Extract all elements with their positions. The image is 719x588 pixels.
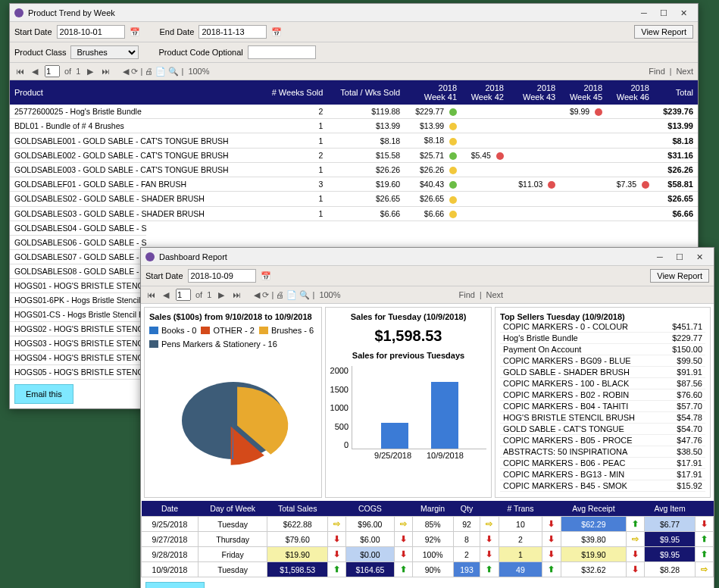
first-page-icon[interactable]: ⏮ bbox=[145, 290, 156, 299]
bar bbox=[381, 423, 408, 449]
table-row[interactable]: GOLDSABLES03 - GOLD SABLE - SHADER BRUSH… bbox=[10, 206, 698, 220]
page-total: 1 bbox=[207, 290, 211, 299]
table-row[interactable]: 9/27/2018Thursday$79.60⬇$6.00⬇92%8⬇2⬇$39… bbox=[142, 532, 714, 547]
find-next-link[interactable]: Next bbox=[676, 67, 693, 76]
end-date-label: End Date bbox=[160, 27, 195, 36]
window-title: Dashboard Report bbox=[159, 252, 650, 261]
legend-item: Brushes - 6 bbox=[259, 326, 314, 335]
table-row[interactable]: 25772600025 - Hog's Bristle Bundle2$119.… bbox=[10, 105, 698, 119]
prev-title: Sales for previous Tuesdays bbox=[352, 351, 464, 360]
list-item[interactable]: HOG'S BRISTLE STENCIL BRUSH$54.78 bbox=[500, 412, 705, 424]
report-nav-bar: ⏮ ◀ of 1 ▶ ⏭ ◀ ⟳ | 🖨 📄 🔍 | 100% Find | N… bbox=[141, 286, 714, 304]
table-row[interactable]: GOLDSABLES08 - GOLD SABLE - S bbox=[10, 264, 146, 279]
page-input[interactable] bbox=[176, 289, 191, 301]
end-date-input[interactable] bbox=[199, 25, 267, 39]
table-row[interactable]: GOLDSABLES06 - GOLD SABLE - S bbox=[10, 236, 146, 250]
minimize-button[interactable]: ─ bbox=[650, 249, 670, 264]
close-button[interactable]: ✕ bbox=[674, 5, 693, 20]
bar bbox=[431, 382, 458, 449]
list-item[interactable]: GOLD SABLE - CAT'S TONGUE$54.70 bbox=[500, 424, 705, 435]
maximize-button[interactable]: ☐ bbox=[654, 5, 674, 20]
next-page-icon[interactable]: ▶ bbox=[85, 67, 95, 77]
prev-page-icon[interactable]: ◀ bbox=[30, 67, 40, 77]
legend-item: Books - 0 bbox=[149, 326, 196, 335]
sales-today-panel: Sales for Tuesday (10/9/2018) $1,598.53 … bbox=[325, 307, 492, 498]
list-item[interactable]: COPIC MARKERS - B04 - TAHITI$57.70 bbox=[500, 401, 705, 412]
window-title: Product Trend by Week bbox=[28, 8, 634, 17]
find-link[interactable]: Find bbox=[649, 67, 664, 76]
table-row[interactable]: HOGS02 - HOG'S BRISTLE STENCIL bbox=[10, 322, 146, 336]
table-row[interactable]: HOGS01-6PK - Hogs Bristle Stencil B bbox=[10, 293, 146, 308]
list-item[interactable]: COPIC MARKERS - BG13 - MIN$17.91 bbox=[500, 469, 705, 480]
list-item[interactable]: GOLD SABLE - SHADER BRUSH$91.91 bbox=[500, 367, 705, 378]
list-item[interactable]: COPIC MARKERS - B02 - ROBIN$76.60 bbox=[500, 389, 705, 401]
list-item[interactable]: ABSTRACTS: 50 INSPIRATIONA$38.50 bbox=[500, 446, 705, 458]
view-report-button[interactable]: View Report bbox=[634, 25, 693, 39]
view-report-button[interactable]: View Report bbox=[650, 269, 709, 283]
calendar-icon[interactable]: 📅 bbox=[261, 271, 271, 281]
table-row[interactable]: HOGS05 - HOG'S BRISTLE STENCIL bbox=[10, 365, 146, 380]
list-item[interactable]: COPIC MARKERS - B06 - PEAC$17.91 bbox=[500, 458, 705, 469]
bar-label: 10/9/2018 bbox=[427, 451, 464, 460]
zoom-level[interactable]: 100% bbox=[188, 67, 209, 76]
table-row[interactable]: HOGS04 - HOG'S BRISTLE STENCIL bbox=[10, 351, 146, 365]
list-item[interactable]: COPIC MARKERS - BG09 - BLUE$99.50 bbox=[500, 355, 705, 367]
next-page-icon[interactable]: ▶ bbox=[216, 290, 227, 300]
titlebar[interactable]: Product Trend by Week ─ ☐ ✕ bbox=[10, 4, 698, 22]
last-page-icon[interactable]: ⏭ bbox=[231, 290, 242, 299]
calendar-icon[interactable]: 📅 bbox=[271, 27, 282, 37]
titlebar[interactable]: Dashboard Report ─ ☐ ✕ bbox=[141, 248, 714, 266]
panel-title: Sales ($100s) from 9/10/2018 to 10/9/201… bbox=[149, 312, 312, 321]
first-page-icon[interactable]: ⏮ bbox=[14, 67, 25, 76]
table-row[interactable]: 10/9/2018Tuesday$1,598.53⬆$164.65⬆90%193… bbox=[142, 562, 714, 577]
today-sales-value: $1,598.53 bbox=[330, 327, 486, 345]
table-row[interactable]: HOGS01-CS - Hogs Bristle Stencil Br bbox=[10, 308, 146, 322]
zoom-level[interactable]: 100% bbox=[319, 290, 340, 299]
list-item[interactable]: Hog's Bristle Bundle$229.77 bbox=[500, 333, 705, 344]
bar-label: 9/25/2018 bbox=[374, 451, 411, 460]
list-item[interactable]: COPIC MARKERS - B05 - PROCE$47.76 bbox=[500, 435, 705, 446]
app-icon bbox=[145, 252, 155, 261]
list-item[interactable]: COPIC MARKERS - 0 - COLOUR$451.71 bbox=[500, 321, 705, 333]
prev-page-icon[interactable]: ◀ bbox=[161, 290, 171, 300]
table-row[interactable]: HOGS03 - HOG'S BRISTLE STENCIL bbox=[10, 336, 146, 351]
table-row[interactable]: GOLDSABLE003 - GOLD SABLE - CAT'S TONGUE… bbox=[10, 162, 698, 177]
table-row[interactable]: 9/25/2018Tuesday$622.88⇨$96.00⇨85%92⇨10⬇… bbox=[142, 517, 714, 532]
product-trend-table: Product# Weeks SoldTotal / Wks Sold2018W… bbox=[10, 80, 698, 221]
of-label: of bbox=[64, 67, 71, 76]
table-row[interactable]: GOLDSABLE001 - GOLD SABLE - CAT'S TONGUE… bbox=[10, 133, 698, 148]
start-date-input[interactable] bbox=[188, 269, 256, 283]
list-item[interactable]: Payment On Account$150.00 bbox=[500, 344, 705, 355]
email-this-button[interactable]: Email this bbox=[14, 384, 73, 404]
list-item[interactable]: COPIC MARKERS - 100 - BLACK$87.56 bbox=[500, 378, 705, 389]
start-date-input[interactable] bbox=[57, 25, 125, 39]
table-row[interactable]: BDL01 - Bundle of # 4 Brushes1$13.99$13.… bbox=[10, 119, 698, 133]
report-nav-bar: ⏮ ◀ of 1 ▶ ⏭ ◀ ⟳ | 🖨 📄 🔍 | 100% Find | N… bbox=[10, 63, 698, 80]
list-item[interactable]: COPIC MARKERS - B45 - SMOK$15.92 bbox=[500, 480, 705, 492]
email-this-button[interactable]: Email this bbox=[145, 582, 205, 588]
dashboard-window: Dashboard Report ─ ☐ ✕ Start Date 📅 View… bbox=[140, 247, 714, 588]
product-class-select[interactable]: Brushes bbox=[70, 45, 139, 59]
page-input[interactable] bbox=[45, 65, 60, 77]
product-code-input[interactable] bbox=[248, 45, 316, 59]
minimize-button[interactable]: ─ bbox=[634, 5, 654, 20]
close-button[interactable]: ✕ bbox=[689, 249, 709, 264]
table-row[interactable]: HOGS01 - HOG'S BRISTLE STENCIL bbox=[10, 279, 146, 293]
summary-table: DateDay of WeekTotal SalesCOGSMarginQty#… bbox=[141, 501, 714, 577]
table-row[interactable]: GOLDSABLES04 - GOLD SABLE - S bbox=[10, 221, 146, 236]
dashboard-body: Sales ($100s) from 9/10/2018 to 10/9/201… bbox=[141, 304, 714, 501]
table-row[interactable]: GOLDSABLES07 - GOLD SABLE - S bbox=[10, 250, 146, 264]
last-page-icon[interactable]: ⏭ bbox=[100, 67, 111, 76]
panel-title: Sales for Tuesday (10/9/2018) bbox=[351, 312, 467, 321]
bar-chart bbox=[352, 366, 486, 449]
table-row[interactable]: GOLDSABLE002 - GOLD SABLE - CAT'S TONGUE… bbox=[10, 148, 698, 162]
calendar-icon[interactable]: 📅 bbox=[130, 27, 140, 37]
table-row[interactable]: GOLDSABLEF01 - GOLD SABLE - FAN BRUSH3$1… bbox=[10, 177, 698, 192]
table-row[interactable]: GOLDSABLES02 - GOLD SABLE - SHADER BRUSH… bbox=[10, 192, 698, 206]
table-row[interactable]: 9/28/2018Friday$19.90⬇$0.00⬇100%2⬇1⬇$19.… bbox=[142, 547, 714, 562]
maximize-button[interactable]: ☐ bbox=[670, 249, 689, 264]
find-next-link[interactable]: Next bbox=[486, 290, 504, 299]
find-link[interactable]: Find bbox=[459, 290, 475, 299]
filter-toolbar-2: Product Class Brushes Product Code Optio… bbox=[10, 42, 698, 63]
product-class-label: Product Class bbox=[14, 48, 66, 57]
